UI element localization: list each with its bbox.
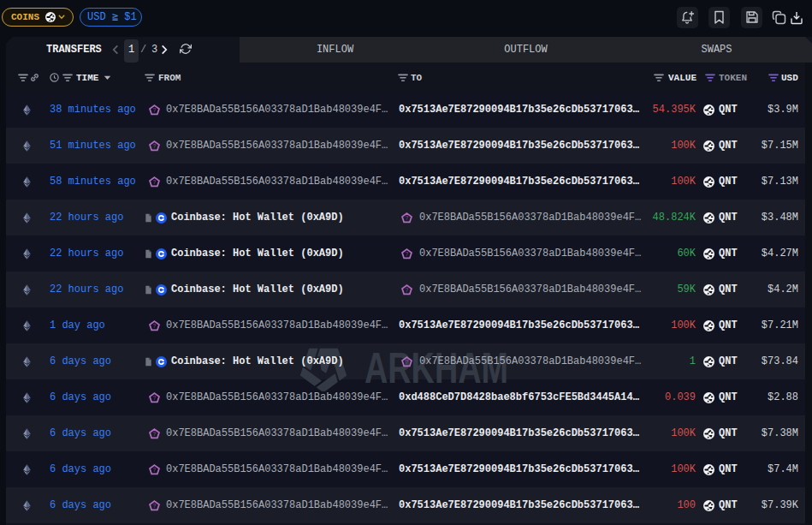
svg-text:?: ? bbox=[153, 396, 157, 402]
svg-text:?: ? bbox=[153, 144, 157, 150]
svg-text:?: ? bbox=[153, 324, 157, 330]
svg-text:?: ? bbox=[406, 252, 409, 258]
svg-text:?: ? bbox=[406, 216, 409, 222]
svg-text:?: ? bbox=[153, 468, 157, 474]
svg-text:?: ? bbox=[153, 180, 157, 186]
svg-text:?: ? bbox=[153, 108, 157, 114]
svg-text:?: ? bbox=[153, 504, 157, 510]
svg-text:?: ? bbox=[153, 432, 157, 438]
svg-text:?: ? bbox=[406, 360, 409, 366]
svg-text:?: ? bbox=[406, 288, 409, 294]
